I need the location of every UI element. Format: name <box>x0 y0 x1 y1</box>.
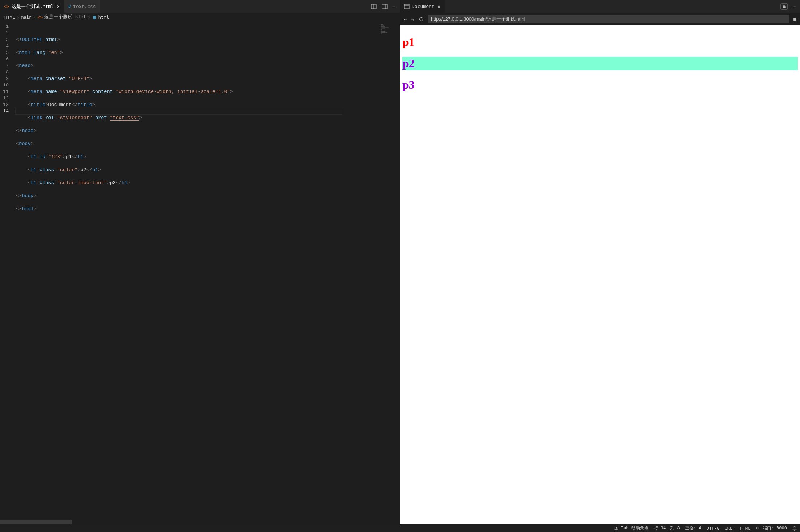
editor-tab-bar: <> 这是一个测试.html × # text.css ⋯ <box>0 0 400 13</box>
preview-viewport[interactable]: p1 p2 p3 <box>400 25 800 524</box>
minimap[interactable]: ████████████████████████████████████████… <box>378 22 400 520</box>
element-icon <box>92 15 97 20</box>
main-area: <> 这是一个测试.html × # text.css ⋯ HTML › m <box>0 0 800 524</box>
breadcrumb-part[interactable]: HTML <box>4 14 15 20</box>
more-actions-icon[interactable]: ⋯ <box>393 4 395 9</box>
status-language[interactable]: HTML <box>740 526 751 531</box>
more-actions-icon[interactable]: ⋯ <box>793 4 796 9</box>
status-tab-hint[interactable]: 按 Tab 移动焦点 <box>614 525 649 531</box>
chevron-right-icon: › <box>88 14 90 20</box>
tab-file-html[interactable]: <> 这是一个测试.html × <box>0 0 64 13</box>
tab-label: text.css <box>73 4 96 9</box>
breadcrumb[interactable]: HTML › main › <> 这是一个测试.html › html <box>0 13 400 22</box>
forward-icon[interactable]: → <box>411 16 414 22</box>
horizontal-scrollbar[interactable] <box>0 520 400 524</box>
status-port[interactable]: 端口: 3000 <box>755 525 787 531</box>
preview-tab[interactable]: Document × <box>400 0 445 13</box>
minimap-content: ████████████████████████████████████████… <box>381 24 398 34</box>
breadcrumb-part[interactable]: main <box>21 14 32 20</box>
breadcrumb-part[interactable]: html <box>98 14 109 20</box>
close-icon[interactable]: × <box>56 4 60 9</box>
code-content[interactable]: <!DOCTYPE html> <html lang="en"> <head> … <box>15 22 378 520</box>
breadcrumb-part[interactable]: 这是一个测试.html <box>44 14 86 20</box>
split-editor-icon[interactable] <box>371 4 377 9</box>
reload-icon[interactable] <box>419 17 424 22</box>
preview-pane: Document × ⋯ ← → ≡ p1 p2 p3 <box>400 0 800 524</box>
notifications-icon[interactable] <box>792 526 797 531</box>
editor-tab-actions: ⋯ <box>371 0 400 13</box>
chevron-right-icon: › <box>17 14 20 20</box>
status-cursor-position[interactable]: 行 14，列 8 <box>654 525 680 531</box>
preview-heading-p3: p3 <box>402 78 798 91</box>
html-file-icon: <> <box>4 4 9 9</box>
svg-rect-4 <box>404 4 409 9</box>
preview-heading-p2: p2 <box>402 57 798 70</box>
hamburger-icon[interactable]: ≡ <box>793 16 796 22</box>
editor-pane: <> 这是一个测试.html × # text.css ⋯ HTML › m <box>0 0 400 524</box>
preview-tab-actions: ⋯ <box>780 0 800 13</box>
html-file-icon: <> <box>37 14 43 20</box>
preview-tab-bar: Document × ⋯ <box>400 0 800 13</box>
tab-label: 这是一个测试.html <box>12 3 54 10</box>
line-number-gutter: 1 2 3 4 5 6 7 8 9 10 11 12 13 14 <box>0 22 15 520</box>
preview-tab-label: Document <box>412 4 435 9</box>
lock-icon[interactable] <box>780 3 788 10</box>
preview-icon <box>404 4 410 9</box>
css-file-icon: # <box>68 4 71 9</box>
url-input[interactable] <box>428 15 789 23</box>
scrollbar-thumb[interactable] <box>0 520 72 524</box>
close-icon[interactable]: × <box>437 4 441 9</box>
status-encoding[interactable]: UTF-8 <box>706 526 719 531</box>
toggle-layout-icon[interactable] <box>382 4 388 9</box>
status-eol[interactable]: CRLF <box>725 526 735 531</box>
status-indent[interactable]: 空格: 4 <box>685 525 702 531</box>
tab-file-css[interactable]: # text.css <box>64 0 100 13</box>
current-line-highlight <box>15 108 342 115</box>
status-bar: 按 Tab 移动焦点 行 14，列 8 空格: 4 UTF-8 CRLF HTM… <box>0 524 800 532</box>
back-icon[interactable]: ← <box>404 16 407 22</box>
preview-heading-p1: p1 <box>402 35 798 49</box>
code-editor[interactable]: 1 2 3 4 5 6 7 8 9 10 11 12 13 14 <!DOCTY… <box>0 22 400 520</box>
browser-toolbar: ← → ≡ <box>400 13 800 25</box>
svg-rect-2 <box>382 4 387 9</box>
chevron-right-icon: › <box>33 14 36 20</box>
